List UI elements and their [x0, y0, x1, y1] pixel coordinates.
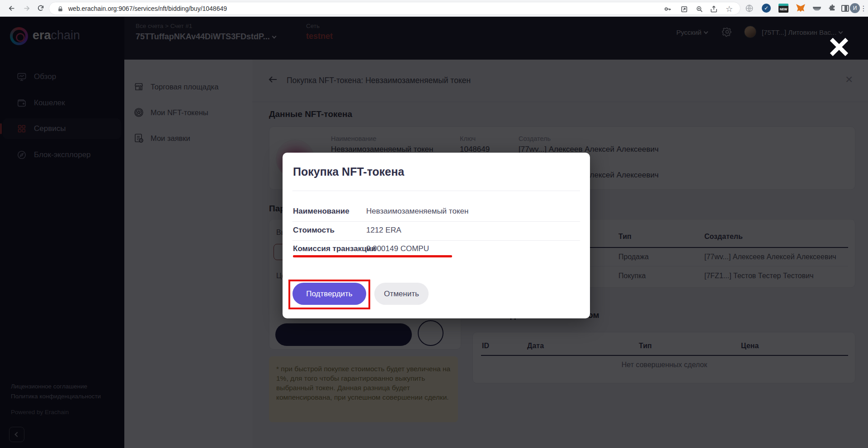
screen: web.erachain.org:9067/services/nft/biddi…	[0, 0, 868, 448]
key-icon[interactable]	[663, 5, 672, 14]
check-badge-extension-icon[interactable]: ✓	[761, 3, 771, 13]
metamask-fox-extension-icon[interactable]	[796, 3, 806, 13]
modal-row-value: 1212 ERA	[366, 226, 401, 235]
annotation-underline	[293, 255, 452, 257]
annotation-white-x	[827, 35, 851, 59]
globe-extension-icon[interactable]	[744, 3, 754, 13]
app-root: erachain Обзор Кошелек Сервисы	[0, 17, 868, 448]
zoom-page-icon[interactable]	[695, 5, 704, 14]
shade-extension-icon[interactable]	[812, 3, 822, 13]
side-panel-icon[interactable]	[840, 3, 850, 13]
new-badge-extension-icon[interactable]: NEW	[778, 3, 788, 13]
forward-icon[interactable]	[21, 3, 32, 14]
url-text[interactable]: web.erachain.org:9067/services/nft/biddi…	[68, 5, 227, 12]
modal-title: Покупка NFT-токена	[293, 165, 404, 178]
annotation-rectangle	[288, 280, 370, 309]
modal-row-label: Наименование	[293, 207, 349, 216]
padlock-icon	[56, 5, 65, 14]
reload-icon[interactable]	[35, 3, 46, 14]
cancel-button[interactable]: Отменить	[374, 283, 429, 305]
address-bar[interactable]: web.erachain.org:9067/services/nft/biddi…	[49, 2, 741, 15]
modal-row-label: Комиссия транзакции	[293, 244, 376, 253]
bookmark-star-icon[interactable]: ☆	[725, 5, 734, 14]
browser-toolbar: web.erachain.org:9067/services/nft/biddi…	[0, 0, 868, 17]
back-icon[interactable]	[6, 3, 17, 14]
modal-row-label: Стоимость	[293, 226, 335, 235]
open-in-window-icon[interactable]	[679, 5, 689, 14]
extensions-puzzle-icon[interactable]	[827, 3, 837, 13]
modal-row-value: Невзаимозаменяемый токен	[366, 207, 468, 216]
browser-menu-icon[interactable]: ⋮	[858, 3, 868, 14]
share-icon[interactable]	[709, 5, 718, 14]
modal-row-value: 0.000149 COMPU	[366, 244, 429, 253]
